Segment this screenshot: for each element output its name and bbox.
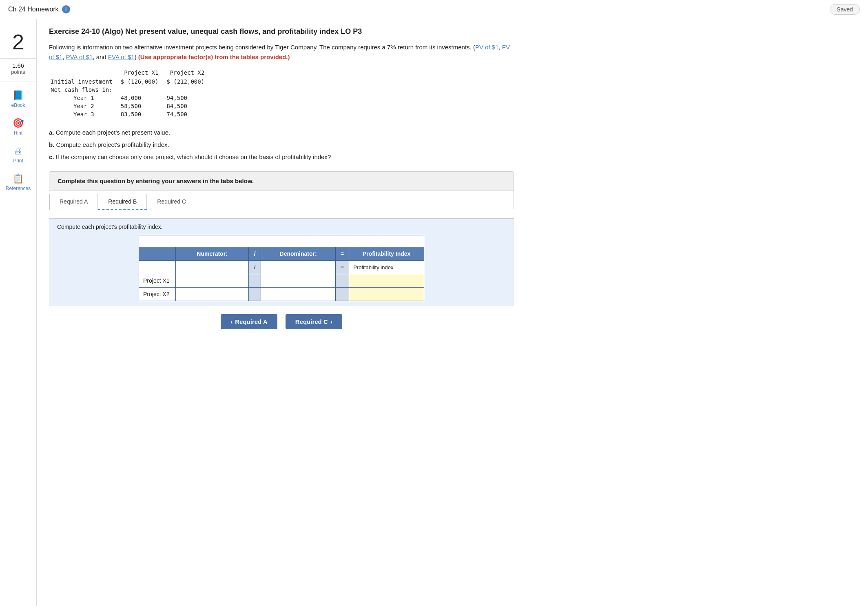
answer-instruction: Compute each project's profitability ind… [57,224,506,230]
pi-col-result: Profitability Index [349,247,424,261]
pi-header-equals: = [335,261,349,274]
points-label: points [0,69,36,75]
ebook-icon: 📘 [13,90,24,101]
questions: a. Compute each project's net present va… [49,126,514,163]
x2-denominator-field[interactable] [265,290,331,298]
page-title: Ch 24 Homework [8,6,59,13]
profitability-index-table: Profitability Index Numerator: / Denomin… [139,235,424,301]
header-numerator-field[interactable] [180,263,244,271]
sidebar-item-references[interactable]: 📋 References [0,170,36,195]
x2-result-field[interactable] [353,290,420,298]
pi-col-slash: / [249,247,261,261]
pi-x2-equals [335,288,349,301]
row-x1-year3: 83,500 [119,110,165,118]
pv-link[interactable]: PV of $1 [475,44,499,51]
pi-x1-slash [249,274,261,288]
pi-x1-denominator-cell[interactable] [261,274,336,288]
pi-header-denominator-input[interactable] [261,261,336,274]
row-x1-year1: 48,000 [119,94,165,102]
pi-header-label [139,261,176,274]
fva-link[interactable]: FVA of $1 [108,53,135,60]
tab-required-a[interactable]: Required A [49,194,98,210]
tab-required-c[interactable]: Required C [147,194,196,210]
next-button-label: Required C [295,318,328,325]
row-x1-year2: 58,500 [119,102,165,110]
x1-numerator-field[interactable] [180,277,244,285]
row-label-year2: Year 2 [49,102,119,110]
sidebar-nav: 📘 eBook 🎯 Hint 🖨 Print 📋 References [0,82,36,199]
print-icon: 🖨 [14,146,23,156]
hint-label: Hint [14,130,22,136]
pi-col-denominator: Denominator: [261,247,336,261]
pi-header-slash: / [249,261,261,274]
pi-header-numerator-input[interactable] [176,261,249,274]
row-x2-initial: $ (212,000) [165,78,211,86]
pi-table-title: Profitability Index [139,235,424,247]
x2-numerator-field[interactable] [180,290,244,298]
references-icon: 📋 [13,173,24,184]
next-button[interactable]: Required C › [286,314,342,329]
prev-button[interactable]: ‹ Required A [221,314,277,329]
pva-link[interactable]: PVA of $1 [66,53,93,60]
tab-section: Complete this question by entering your … [49,171,514,210]
pi-x1-result-cell[interactable] [349,274,424,288]
prev-button-label: Required A [235,318,267,325]
question-b: b. Compute each project's profitability … [49,139,514,151]
pi-x1-numerator-cell[interactable] [176,274,249,288]
data-table: Project X1 Project X2 Initial investment… [49,69,211,118]
pi-x2-denominator-cell[interactable] [261,288,336,301]
row-label-year1: Year 1 [49,94,119,102]
sidebar-item-print[interactable]: 🖨 Print [0,142,36,167]
row-x2-year1: 94,500 [165,94,211,102]
main-layout: 2 1.66 points 📘 eBook 🎯 Hint 🖨 Print 📋 R… [0,19,868,606]
hint-icon: 🎯 [13,118,24,128]
sidebar: 2 1.66 points 📘 eBook 🎯 Hint 🖨 Print 📋 R… [0,19,37,606]
col-header-x2: Project X2 [165,69,211,78]
row-label-initial: Initial investment [49,78,119,86]
exercise-title: Exercise 24-10 (Algo) Net present value,… [49,27,514,36]
row-x2-year3: 74,500 [165,110,211,118]
references-label: References [6,186,31,191]
pi-x2-label: Project X2 [139,288,176,301]
pi-x2-slash [249,288,261,301]
pi-col-equals: = [335,247,349,261]
row-x2-year2: 84,500 [165,102,211,110]
points-value: 1.66 [0,62,36,69]
question-c: c. If the company can choose only one pr… [49,151,514,163]
row-x1-initial: $ (126,000) [119,78,165,86]
question-number: 2 [0,23,36,59]
row-label-netcash: Net cash flows in: [49,86,119,94]
pi-col-empty [139,247,176,261]
pi-x1-equals [335,274,349,288]
content-area: Exercise 24-10 (Algo) Net present value,… [37,19,526,606]
next-arrow-icon: › [330,318,332,325]
problem-description: Following is information on two alternat… [49,42,514,62]
x1-result-field[interactable] [353,277,420,285]
question-a: a. Compute each project's net present va… [49,126,514,139]
ebook-label: eBook [11,102,25,108]
bold-instruction: (Use appropriate factor(s) from the tabl… [138,53,290,60]
prev-arrow-icon: ‹ [230,318,232,325]
sidebar-item-ebook[interactable]: 📘 eBook [0,87,36,111]
x1-denominator-field[interactable] [265,277,331,285]
pi-header-result-label: Profitability index [349,261,424,274]
row-x2-netcash [165,86,211,94]
row-x1-netcash [119,86,165,94]
description-text: Following is information on two alternat… [49,44,472,51]
tabs-row: Required A Required B Required C [49,190,514,210]
nav-buttons: ‹ Required A Required C › [49,314,514,329]
info-icon[interactable]: i [62,5,70,13]
col-header-x1: Project X1 [119,69,165,78]
header-title-area: Ch 24 Homework i [8,5,70,13]
row-label-year3: Year 3 [49,110,119,118]
pi-x1-label: Project X1 [139,274,176,288]
pi-x2-result-cell[interactable] [349,288,424,301]
sidebar-item-hint[interactable]: 🎯 Hint [0,115,36,139]
saved-badge: Saved [830,4,860,15]
tab-required-b[interactable]: Required B [98,194,147,210]
header-denominator-field[interactable] [265,263,331,271]
header: Ch 24 Homework i Saved [0,0,868,19]
tab-instruction: Complete this question by entering your … [49,172,514,190]
print-label: Print [13,158,23,164]
pi-x2-numerator-cell[interactable] [176,288,249,301]
